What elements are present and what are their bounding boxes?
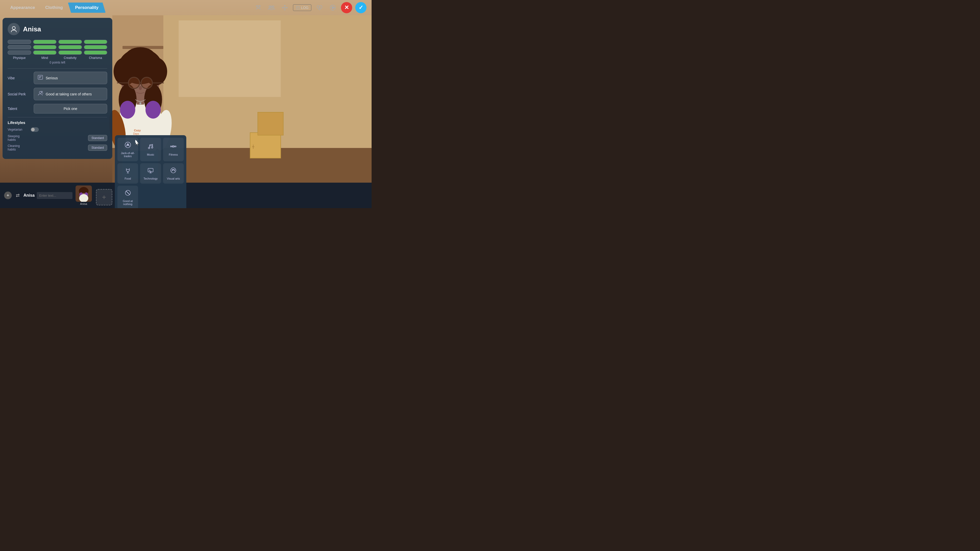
cleaning-label: Cleaning habits bbox=[8, 144, 28, 151]
talent-label: Talent bbox=[8, 106, 30, 111]
talent-good-at-nothing[interactable]: Good at nothing bbox=[118, 186, 138, 208]
character-name: Anisa bbox=[23, 25, 41, 33]
svg-point-56 bbox=[127, 144, 128, 145]
svg-text:╋: ╋ bbox=[252, 144, 255, 149]
social-perk-row: Social Perk Good at taking care of other… bbox=[8, 88, 107, 100]
mind-bar-2 bbox=[33, 45, 57, 49]
svg-marker-46 bbox=[332, 6, 334, 9]
technology-icon bbox=[147, 167, 154, 176]
chat-add-button[interactable]: + bbox=[4, 192, 12, 199]
vegetarian-row: Vegetarian bbox=[8, 127, 107, 132]
chat-input[interactable] bbox=[37, 192, 73, 199]
svg-point-37 bbox=[269, 6, 270, 7]
charisma-label: Charisma bbox=[84, 56, 107, 60]
svg-rect-60 bbox=[170, 146, 172, 147]
add-character-button[interactable]: + bbox=[96, 189, 112, 205]
social-perk-icon bbox=[38, 91, 43, 97]
anisa-avatar[interactable] bbox=[76, 186, 92, 202]
charisma-col bbox=[84, 40, 107, 55]
social-perk-button[interactable]: Good at taking care of others bbox=[34, 88, 107, 100]
chat-character-name: Anisa bbox=[24, 193, 35, 198]
technology-label: Technology bbox=[143, 177, 158, 180]
vibe-button[interactable]: Serious bbox=[34, 72, 107, 84]
svg-point-31 bbox=[139, 102, 142, 104]
vibe-row: Vibe Serious bbox=[8, 72, 107, 84]
talent-value: Pick one bbox=[64, 106, 77, 111]
talent-jack-of-all-trades[interactable]: Jack-of-all-trades bbox=[118, 138, 138, 161]
physique-bar-3 bbox=[8, 51, 31, 55]
group-icon-btn[interactable] bbox=[266, 3, 277, 13]
play-icon-btn[interactable] bbox=[328, 3, 338, 13]
food-icon bbox=[124, 167, 131, 176]
heart-icon-btn[interactable] bbox=[314, 3, 325, 13]
svg-point-38 bbox=[271, 6, 272, 7]
cleaning-badge[interactable]: Standard bbox=[88, 144, 107, 151]
confirm-button[interactable]: ✓ bbox=[355, 2, 366, 13]
sim-icon-btn[interactable] bbox=[253, 3, 263, 13]
svg-point-35 bbox=[256, 6, 257, 6]
stat-labels: Physique Mind Creativity Charisma bbox=[8, 56, 107, 60]
svg-point-21 bbox=[120, 101, 135, 119]
cleaning-row: Cleaning habits Standard bbox=[8, 144, 107, 151]
top-navigation: Appearance Clothing Personality bbox=[0, 0, 372, 15]
svg-rect-5 bbox=[250, 133, 281, 158]
svg-point-47 bbox=[12, 27, 15, 30]
talent-food[interactable]: Food bbox=[118, 163, 138, 184]
visual-arts-icon bbox=[170, 167, 177, 176]
svg-rect-40 bbox=[296, 6, 299, 9]
svg-text:Days: Days bbox=[133, 132, 139, 135]
talent-music[interactable]: Music bbox=[140, 138, 161, 161]
talent-dropdown: Jack-of-all-trades Music Fitness bbox=[115, 135, 186, 208]
physique-bar-2 bbox=[8, 45, 31, 49]
stats-grid bbox=[8, 40, 107, 55]
fitness-label: Fitness bbox=[169, 153, 178, 156]
character-icon bbox=[8, 23, 20, 35]
physique-bar-1 bbox=[8, 40, 31, 44]
tab-appearance[interactable]: Appearance bbox=[5, 3, 40, 12]
chat-controls: + ⇄ Anisa bbox=[4, 192, 73, 199]
svg-point-28 bbox=[129, 78, 139, 88]
svg-point-29 bbox=[142, 78, 152, 88]
talent-technology[interactable]: Technology bbox=[140, 163, 161, 184]
chat-swap-button[interactable]: ⇄ bbox=[14, 192, 21, 199]
food-label: Food bbox=[124, 177, 131, 180]
svg-rect-6 bbox=[258, 112, 283, 135]
svg-line-57 bbox=[150, 145, 153, 146]
lifestyles-title: Lifestyles bbox=[8, 121, 107, 125]
svg-point-18 bbox=[125, 47, 156, 68]
tab-clothing[interactable]: Clothing bbox=[40, 3, 68, 12]
svg-point-73 bbox=[174, 170, 175, 170]
svg-point-30 bbox=[139, 86, 142, 90]
sleeping-row: Sleeping habits Standard bbox=[8, 135, 107, 141]
svg-point-39 bbox=[272, 6, 274, 7]
svg-line-75 bbox=[126, 191, 130, 195]
avatar-area: Anisa + bbox=[76, 186, 112, 205]
visual-arts-label: Visual arts bbox=[167, 177, 180, 180]
creativity-bar-1 bbox=[59, 40, 82, 44]
talent-button[interactable]: Pick one bbox=[34, 104, 107, 114]
vibe-icon bbox=[38, 75, 43, 81]
move-icon-btn[interactable] bbox=[280, 3, 290, 13]
creativity-col bbox=[59, 40, 82, 55]
log-button[interactable]: LOG bbox=[293, 4, 311, 11]
tab-personality[interactable]: Personality bbox=[68, 3, 106, 13]
talent-fitness[interactable]: Fitness bbox=[163, 138, 184, 161]
cancel-button[interactable]: ✕ bbox=[341, 2, 352, 13]
sleeping-badge[interactable]: Standard bbox=[88, 135, 107, 141]
personality-panel: Anisa Physique Mind Creativ bbox=[3, 18, 112, 159]
creativity-bar-3 bbox=[59, 51, 82, 55]
music-label: Music bbox=[147, 153, 154, 156]
svg-point-52 bbox=[39, 91, 41, 94]
talent-visual-arts[interactable]: Visual arts bbox=[163, 163, 184, 184]
svg-point-34 bbox=[257, 6, 259, 8]
svg-rect-61 bbox=[175, 146, 176, 147]
mind-bar-3 bbox=[33, 51, 57, 55]
fitness-icon bbox=[170, 143, 177, 151]
social-perk-label: Social Perk bbox=[8, 92, 30, 96]
vegetarian-label: Vegetarian bbox=[8, 128, 28, 131]
svg-point-36 bbox=[259, 6, 260, 6]
vegetarian-toggle[interactable] bbox=[30, 127, 39, 132]
physique-label: Physique bbox=[8, 56, 31, 60]
sleeping-label: Sleeping habits bbox=[8, 135, 28, 141]
charisma-bar-1 bbox=[84, 40, 107, 44]
